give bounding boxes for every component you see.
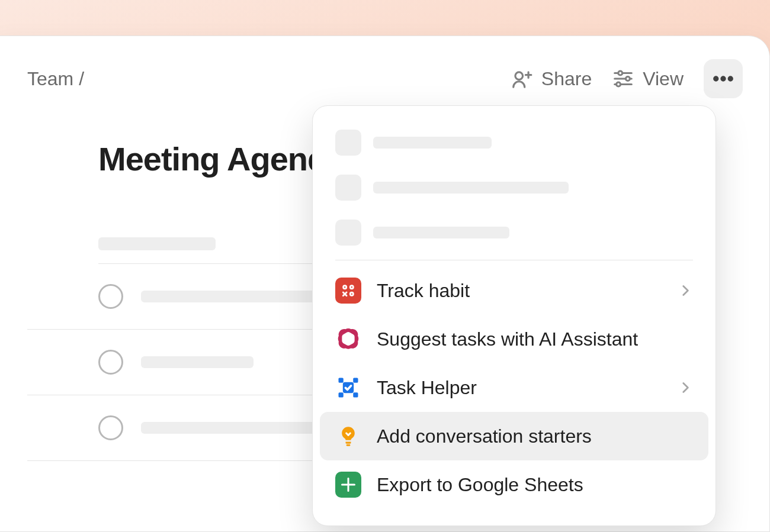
task-title-placeholder [141,291,331,302]
share-label: Share [541,68,592,90]
svg-point-4 [618,71,623,75]
select-icon [335,375,361,401]
svg-point-6 [626,77,630,81]
svg-rect-15 [339,378,344,383]
svg-point-11 [729,78,732,80]
svg-point-9 [714,78,717,80]
menu-placeholder-row[interactable] [320,210,708,255]
menu-item-ai-assistant[interactable]: Suggest tasks with AI Assistant [320,315,708,363]
placeholder-text [373,137,492,149]
topbar: Team / Share View [27,59,743,98]
svg-rect-16 [353,378,358,383]
sliders-icon [612,67,634,90]
menu-item-export-sheets[interactable]: Export to Google Sheets [320,460,708,509]
menu-placeholder-row[interactable] [320,165,708,210]
svg-point-12 [344,286,346,289]
share-button[interactable]: Share [511,67,592,90]
svg-point-14 [350,292,353,295]
view-label: View [643,68,684,90]
task-title-placeholder [141,422,319,434]
menu-placeholder-row[interactable] [320,120,708,165]
task-title-placeholder [141,356,254,368]
sheets-icon [335,472,361,498]
toolbar-actions: Share View [511,59,743,98]
svg-rect-17 [339,392,344,397]
svg-point-10 [722,78,725,80]
placeholder-text [373,227,509,238]
menu-divider [335,260,693,260]
chevron-right-icon [678,380,693,395]
svg-point-13 [350,286,353,289]
more-horizontal-icon [711,66,736,91]
task-checkbox[interactable] [98,415,123,440]
placeholder-text [373,182,569,194]
svg-rect-20 [346,444,351,446]
chevron-right-icon [678,283,693,298]
more-options-menu: Track habit Suggest tasks with AI Assist… [312,105,716,526]
dice-icon [335,278,361,304]
view-button[interactable]: View [612,67,684,90]
menu-item-label: Track habit [377,280,662,302]
openai-icon [335,326,361,352]
bulb-icon [335,423,361,449]
svg-point-0 [515,72,523,80]
share-icon [511,67,533,90]
svg-point-8 [617,82,621,86]
menu-item-conversation-starters[interactable]: Add conversation starters [320,412,708,460]
placeholder-icon [335,175,361,201]
menu-item-track-habit[interactable]: Track habit [320,266,708,315]
menu-item-label: Suggest tasks with AI Assistant [377,328,693,350]
breadcrumb-separator: / [79,68,84,89]
menu-item-label: Task Helper [377,377,662,399]
menu-item-label: Export to Google Sheets [377,474,693,496]
breadcrumb[interactable]: Team / [27,68,84,90]
placeholder-icon [335,220,361,246]
task-checkbox[interactable] [98,284,123,309]
placeholder-icon [335,130,361,156]
breadcrumb-parent: Team [27,68,73,89]
more-options-button[interactable] [704,59,743,98]
section-title-placeholder [98,237,216,250]
menu-item-task-helper[interactable]: Task Helper [320,363,708,412]
menu-item-label: Add conversation starters [377,425,693,447]
svg-rect-18 [353,392,358,397]
task-checkbox[interactable] [98,350,123,375]
